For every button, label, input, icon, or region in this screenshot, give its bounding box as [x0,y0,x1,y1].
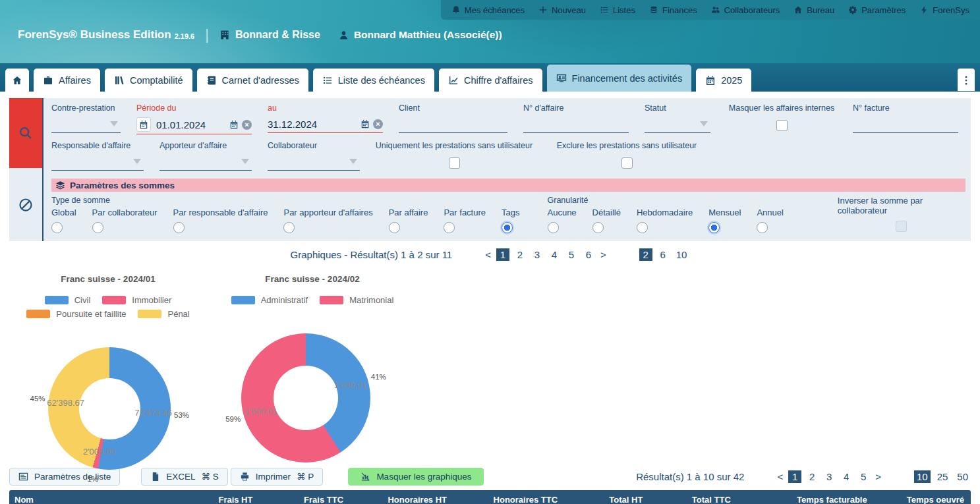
page-6[interactable]: 6 [582,248,595,261]
page-size-50[interactable]: 50 [954,470,971,483]
n-affaire-input[interactable] [523,117,629,133]
radio-unselected[interactable] [592,222,604,233]
clear-date-icon[interactable]: × [373,119,383,129]
column-header-1[interactable]: Frais HT [188,495,259,504]
client-input[interactable] [399,117,507,133]
page-3[interactable]: 3 [822,470,836,483]
column-header-6[interactable]: Total TTC [649,495,737,504]
option-gran-hebdomadaire[interactable]: Hebdomadaire [637,208,693,233]
radio-unselected[interactable] [389,222,400,233]
page-4[interactable]: 4 [548,248,561,261]
donut[interactable]: 72'473.4653%2'000.001%62'398.6745% [26,325,193,492]
option-type-par-affaire[interactable]: Par affaire [389,208,428,233]
column-header-5[interactable]: Total HT [564,495,649,504]
topbar-item-nouveau[interactable]: Nouveau [538,5,586,15]
current-user[interactable]: Bonnard Matthieu (Associé(e)) [339,29,502,41]
periode-du-input[interactable]: 01.01.2024 × [136,117,252,134]
tab-home[interactable] [5,69,29,92]
option-type-par-facture[interactable]: Par facture [444,208,486,233]
page-prev[interactable]: < [484,249,492,260]
column-header-0[interactable]: Nom [9,495,188,504]
page-1[interactable]: 1 [496,248,509,261]
column-header-8[interactable]: Temps oeuvré [874,495,971,504]
donut[interactable]: 1'039.0141%1'500.0159% [219,311,393,485]
calendar-open-button[interactable] [136,117,151,132]
page-size-6[interactable]: 6 [656,248,670,261]
radio-selected[interactable] [708,222,720,233]
tab-comptabilite[interactable]: Comptabilité [105,69,192,92]
option-type-par-apporteur-d-affaires[interactable]: Par apporteur d'affaires [283,208,372,233]
option-gran-d-taill-[interactable]: Détaillé [592,208,621,233]
topbar-item-listes[interactable]: Listes [600,5,635,15]
tab-affaires[interactable]: Affaires [34,69,100,92]
topbar-item-collaborateurs[interactable]: Collaborateurs [711,5,780,15]
page-3[interactable]: 3 [531,248,544,261]
periode-au-input[interactable]: 31.12.2024 × [268,117,383,133]
page-next[interactable]: > [874,471,882,482]
radio-unselected[interactable] [283,222,295,233]
tab-annee-2025[interactable]: 2025 [696,69,751,92]
page-2[interactable]: 2 [513,248,527,261]
contre-prestation-select[interactable] [51,117,121,133]
radio-unselected[interactable] [637,222,648,233]
tab-liste-echeances[interactable]: Liste des échéances [313,69,434,92]
radio-unselected[interactable] [92,222,103,233]
radio-selected[interactable] [502,222,513,233]
page-size-25[interactable]: 25 [935,470,951,483]
search-button[interactable] [9,98,42,168]
page-5[interactable]: 5 [565,248,578,261]
collaborateur-select[interactable] [268,155,360,171]
legend-swatch [320,296,343,304]
company-name[interactable]: Bonnard & Risse [219,29,320,41]
page-4[interactable]: 4 [840,470,853,483]
column-header-4[interactable]: Honoraires TTC [453,495,564,504]
tab-financement-activites[interactable]: Financement des activités [547,65,692,92]
calendar-icon[interactable] [229,120,239,129]
masquer-internes-checkbox[interactable] [776,120,788,131]
column-header-7[interactable]: Temps facturable [737,495,874,504]
statut-select[interactable] [645,117,710,133]
page-size-10[interactable]: 10 [674,248,690,261]
option-gran-mensuel[interactable]: Mensuel [708,208,741,233]
radio-unselected[interactable] [548,222,559,233]
uniquement-sans-utilisateur-checkbox[interactable] [449,157,460,169]
tab-overflow-button[interactable]: ⋮ [958,69,975,91]
page-prev[interactable]: < [776,471,784,482]
apporteur-select[interactable] [159,155,252,171]
clear-date-icon[interactable]: × [242,120,252,130]
page-size-10[interactable]: 10 [914,470,931,483]
topbar-item-parametres[interactable]: Paramètres [848,5,906,15]
option-type-par-responsable-d-affaire[interactable]: Par responsable d'affaire [173,208,268,233]
column-header-3[interactable]: Honoraires HT [350,495,453,504]
topbar-item-bureau[interactable]: Bureau [793,5,834,15]
option-gran-aucune[interactable]: Aucune [548,208,577,233]
topbar-item-forensys[interactable]: ForenSys [919,5,969,15]
radio-unselected[interactable] [757,222,768,233]
exclure-sans-utilisateur-checkbox[interactable] [621,157,633,169]
calendar-icon[interactable] [360,119,370,128]
chevron-down-icon [133,159,141,164]
page-2[interactable]: 2 [805,470,819,483]
legend-swatch [231,296,255,304]
option-type-par-collaborateur[interactable]: Par collaborateur [92,208,158,233]
option-gran-annuel[interactable]: Annuel [757,208,783,233]
topbar-item-finances[interactable]: Finances [649,5,697,15]
page-size-2[interactable]: 2 [639,248,652,261]
radio-unselected[interactable] [444,222,455,233]
option-type-tags[interactable]: Tags [502,208,519,233]
option-type-global[interactable]: Global [51,208,76,233]
radio-unselected[interactable] [173,222,185,233]
responsable-select[interactable] [51,155,144,171]
books-icon [114,75,125,86]
radio-unselected[interactable] [51,222,63,233]
page-5[interactable]: 5 [857,470,870,483]
n-facture-input[interactable] [853,117,958,133]
page-1[interactable]: 1 [788,470,801,483]
column-header-2[interactable]: Frais TTC [259,495,350,504]
topbar-item-mes-echeances[interactable]: Mes échéances [451,5,525,15]
page-next[interactable]: > [599,249,608,260]
reset-button[interactable] [9,168,42,241]
layers-icon [55,181,65,190]
tab-chiffre-affaires[interactable]: Chiffre d'affaires [439,69,542,92]
tab-carnet-adresses[interactable]: Carnet d'adresses [197,69,308,92]
